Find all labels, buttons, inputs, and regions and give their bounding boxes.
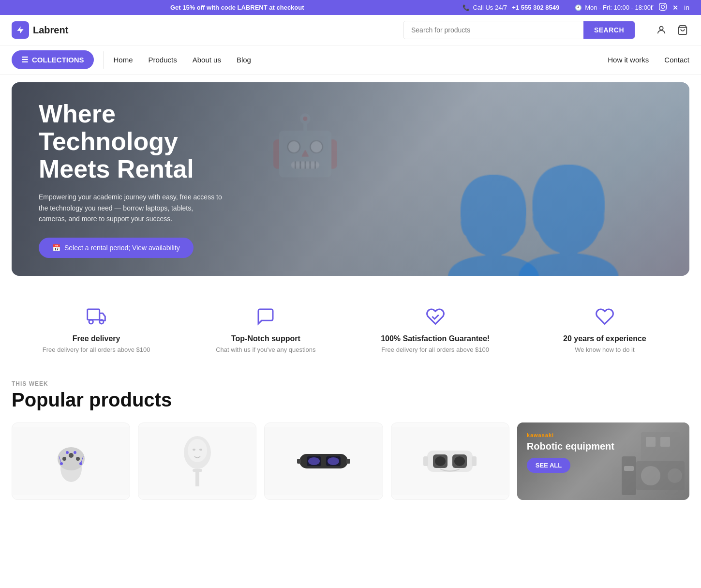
logo[interactable]: Labrent (12, 21, 68, 39)
svg-point-18 (193, 449, 195, 451)
x-icon[interactable]: ✕ (672, 4, 678, 12)
svg-point-26 (328, 457, 339, 465)
top-bar-contact: 📞 Call Us 24/7 +1 555 302 8549 🕙 Mon - F… (462, 4, 651, 11)
hero-cta-label: Select a rental period; View availabilit… (64, 244, 180, 252)
hours-info: 🕙 Mon - Fri: 10:00 - 18:00 (575, 4, 651, 11)
hero-subtitle: Empowering your academic journey with ea… (39, 192, 223, 224)
support-icon (189, 307, 343, 329)
svg-rect-27 (297, 459, 301, 464)
feature-guarantee-title: 100% Satisfaction Guarantee! (358, 334, 512, 343)
search-input[interactable] (403, 21, 583, 39)
logo-icon (12, 21, 29, 39)
svg-point-3 (89, 320, 93, 324)
product-mannequin-image (138, 427, 256, 495)
robot-decoration: 🤖 (269, 111, 342, 180)
featured-badge: kawasaki (527, 432, 614, 438)
facebook-icon[interactable]: 𝐟 (651, 3, 653, 12)
menu-icon: ☰ (21, 55, 28, 64)
promo-text: Get 15% off with code (170, 4, 238, 11)
svg-rect-20 (193, 469, 202, 472)
svg-rect-43 (624, 466, 634, 471)
see-all-button[interactable]: SEE ALL (527, 458, 570, 473)
business-hours: Mon - Fri: 10:00 - 18:00 (585, 4, 651, 11)
svg-point-9 (76, 457, 80, 461)
nav-right-links: How it works Contact (608, 56, 689, 64)
feature-delivery-title: Free delivery (19, 334, 173, 343)
nav-products[interactable]: Products (149, 56, 177, 64)
feature-experience-desc: We know how to do it (528, 346, 682, 353)
section-title: Popular products (12, 389, 689, 411)
nav-about[interactable]: About us (193, 56, 221, 64)
phone-number[interactable]: +1 555 302 8549 (512, 4, 559, 11)
nav-divider (104, 51, 104, 69)
promo-code: LABRENT (238, 4, 268, 11)
svg-point-0 (659, 27, 663, 30)
svg-rect-34 (423, 456, 428, 466)
featured-card-title: Robotic equipment (527, 441, 614, 452)
delivery-icon (19, 307, 173, 329)
svg-point-41 (668, 468, 682, 483)
features-section: Free delivery Free delivery for all orde… (0, 284, 701, 369)
linkedin-icon[interactable]: in (684, 4, 689, 12)
svg-rect-28 (346, 459, 350, 464)
feature-support-title: Top-Notch support (189, 334, 343, 343)
search-button[interactable]: SEARCH (583, 21, 635, 39)
feature-delivery-desc: Free delivery for all orders above $100 (19, 346, 173, 353)
svg-point-13 (74, 451, 76, 454)
svg-rect-37 (646, 437, 656, 447)
feature-support-desc: Chat with us if you've any questions (189, 346, 343, 353)
logo-text: Labrent (33, 25, 68, 36)
header: Labrent SEARCH (0, 15, 701, 45)
featured-card-content: kawasaki Robotic equipment SEE ALL (527, 432, 614, 473)
svg-point-12 (66, 451, 69, 454)
svg-point-7 (69, 453, 74, 458)
product-card-hololens[interactable] (264, 422, 383, 500)
main-nav: ☰ COLLECTIONS Home Products About us Blo… (0, 45, 701, 75)
nav-how-it-works[interactable]: How it works (608, 56, 649, 64)
feature-experience-title: 20 years of experience (528, 334, 682, 343)
svg-point-17 (188, 439, 207, 462)
product-card-eeg[interactable] (12, 422, 130, 500)
product-card-robotic[interactable]: kawasaki Robotic equipment SEE ALL (517, 422, 689, 500)
top-bar: Get 15% off with code LABRENT at checkou… (0, 0, 701, 15)
svg-point-33 (454, 456, 465, 466)
phone-info: 📞 Call Us 24/7 +1 555 302 8549 (462, 4, 559, 11)
product-card-vr[interactable] (391, 422, 509, 500)
svg-point-25 (308, 457, 320, 465)
account-icon[interactable] (655, 23, 668, 37)
social-links: 𝐟 ✕ in (651, 3, 689, 12)
nav-home[interactable]: Home (114, 56, 133, 64)
hero-content: Where Technology Meets Rental Empowering… (12, 82, 263, 276)
collections-button[interactable]: ☰ COLLECTIONS (12, 50, 94, 69)
feature-guarantee: 100% Satisfaction Guarantee! Free delive… (351, 307, 520, 353)
svg-rect-2 (88, 309, 100, 320)
product-hololens-image (265, 427, 382, 495)
clock-icon: 🕙 (575, 4, 582, 11)
svg-point-19 (199, 449, 202, 451)
nav-links: Home Products About us Blog (114, 56, 251, 64)
phone-icon: 📞 (462, 4, 470, 11)
product-card-mannequin[interactable] (138, 422, 256, 500)
cart-icon[interactable] (676, 23, 689, 37)
svg-rect-42 (622, 456, 636, 495)
popular-products-section: THIS WEEK Popular products (0, 369, 701, 500)
phone-label: Call Us 24/7 (473, 4, 507, 11)
search-bar: SEARCH (403, 21, 635, 39)
svg-point-40 (641, 466, 660, 485)
nav-blog[interactable]: Blog (237, 56, 251, 64)
experience-icon (528, 307, 682, 329)
products-grid: kawasaki Robotic equipment SEE ALL (12, 422, 689, 500)
svg-point-8 (62, 457, 66, 461)
product-vr-image (391, 427, 509, 495)
svg-point-4 (100, 320, 104, 324)
hero-cta-button[interactable]: 📅 Select a rental period; View availabil… (39, 238, 194, 258)
product-eeg-image (12, 427, 130, 495)
svg-rect-38 (660, 437, 670, 447)
instagram-icon[interactable] (659, 3, 667, 12)
feature-experience: 20 years of experience We know how to do… (520, 307, 689, 353)
feature-support: Top-Notch support Chat with us if you've… (181, 307, 350, 353)
section-label: THIS WEEK (12, 380, 689, 387)
collections-label: COLLECTIONS (32, 56, 84, 64)
feature-guarantee-desc: Free delivery for all orders above $100 (358, 346, 512, 353)
nav-contact[interactable]: Contact (664, 56, 689, 64)
